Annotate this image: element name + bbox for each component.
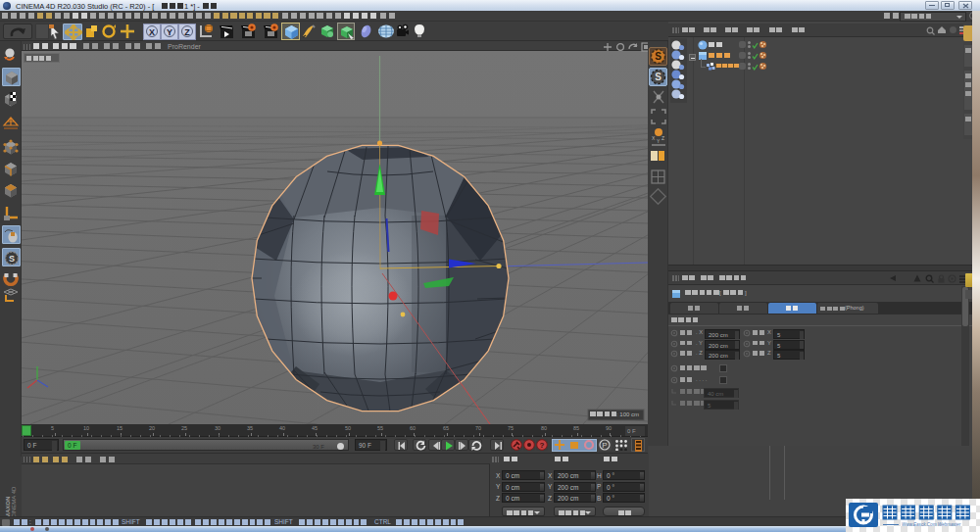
svg-text:P: P: [602, 441, 607, 450]
svg-text:Y: Y: [657, 138, 661, 144]
svg-text:X: X: [652, 135, 656, 141]
svg-text:S: S: [9, 253, 15, 263]
svg-text:S: S: [655, 72, 662, 82]
svg-text:Z: Z: [662, 135, 664, 141]
svg-text:S: S: [655, 51, 662, 62]
svg-text:?: ?: [540, 441, 545, 450]
